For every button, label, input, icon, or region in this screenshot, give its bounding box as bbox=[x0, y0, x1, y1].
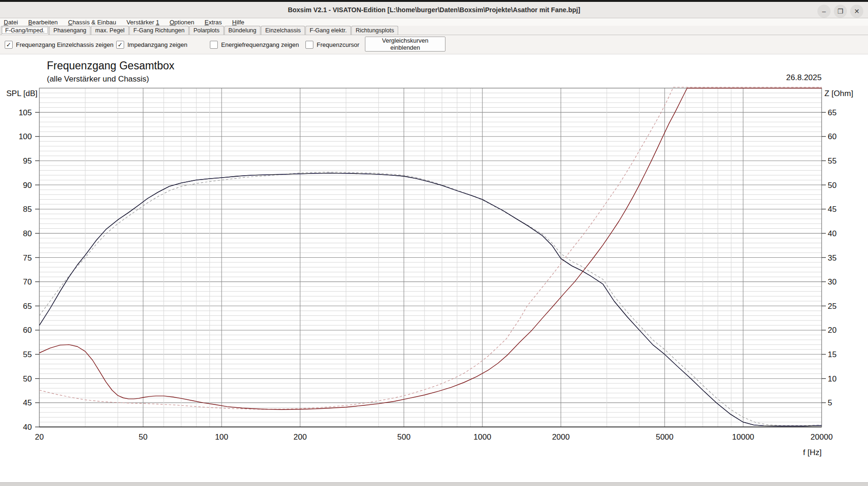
svg-text:50: 50 bbox=[139, 433, 148, 441]
tab-polarplots[interactable]: Polarplots bbox=[189, 26, 224, 35]
boxsim-window: Boxsim V2.1 - VISATON-Edition [L:\home\b… bbox=[0, 0, 868, 486]
svg-text:75: 75 bbox=[23, 254, 32, 262]
svg-text:20: 20 bbox=[35, 433, 44, 441]
svg-text:105: 105 bbox=[19, 108, 32, 117]
series-amplitude-vergleich bbox=[39, 172, 822, 426]
series-impedanz-vergleich bbox=[39, 87, 822, 409]
titlebar[interactable]: Boxsim V2.1 - VISATON-Edition [L:\home\b… bbox=[0, 2, 868, 18]
svg-text:40: 40 bbox=[23, 423, 32, 432]
option-toolbar: ✓ Frequenzgang Einzelchassis zeigen ✓ Im… bbox=[0, 35, 868, 54]
tab-phasengang[interactable]: Phasengang bbox=[49, 26, 90, 35]
svg-text:60: 60 bbox=[23, 326, 32, 335]
checkbox-box: ✓ bbox=[116, 41, 124, 49]
svg-text:5000: 5000 bbox=[656, 433, 674, 441]
svg-text:55: 55 bbox=[23, 350, 32, 359]
tab-einzelchassis[interactable]: Einzelchassis bbox=[261, 26, 305, 35]
menu-bearbeiten[interactable]: Bearbeiten bbox=[28, 19, 58, 26]
menu-extras[interactable]: Extras bbox=[205, 19, 222, 26]
checkbox-box bbox=[210, 41, 218, 49]
window-title: Boxsim V2.1 - VISATON-Edition [L:\home\b… bbox=[288, 6, 580, 14]
svg-text:10: 10 bbox=[828, 374, 837, 383]
svg-text:100: 100 bbox=[19, 132, 32, 141]
checkbox-label: Frequenzgang Einzelchassis zeigen bbox=[16, 41, 113, 48]
checkbox-label: Frequenzcursor bbox=[317, 41, 359, 48]
menu-hilfe[interactable]: Hilfe bbox=[232, 19, 245, 26]
svg-text:40: 40 bbox=[828, 229, 837, 238]
svg-text:45: 45 bbox=[23, 398, 32, 407]
tab-max-pegel[interactable]: max. Pegel bbox=[91, 26, 129, 35]
checkbox-box bbox=[305, 41, 313, 49]
svg-text:90: 90 bbox=[23, 181, 32, 190]
svg-text:1000: 1000 bbox=[474, 433, 491, 441]
close-button[interactable]: ✕ bbox=[850, 5, 863, 18]
checkbox-impedanzgang[interactable]: ✓ Impedanzgang zeigen bbox=[116, 41, 187, 49]
svg-text:85: 85 bbox=[23, 205, 32, 214]
checkbox-label: Energiefrequenzgang zeigen bbox=[221, 41, 299, 48]
tab-fgang-richtungen[interactable]: F-Gang Richtungen bbox=[129, 26, 189, 35]
checkbox-energiefrequenzgang[interactable]: Energiefrequenzgang zeigen bbox=[210, 41, 299, 49]
svg-text:95: 95 bbox=[23, 157, 32, 165]
svg-text:25: 25 bbox=[828, 302, 837, 311]
tab-fgang-imped[interactable]: F-Gang/Imped. bbox=[1, 26, 49, 35]
svg-text:500: 500 bbox=[397, 433, 410, 441]
tab-buendelung[interactable]: Bündelung bbox=[224, 26, 261, 35]
menubar: Datei Bearbeiten Chassis & Einbau Verstä… bbox=[0, 18, 868, 26]
svg-text:20000: 20000 bbox=[810, 433, 832, 441]
svg-text:35: 35 bbox=[828, 254, 837, 262]
svg-text:70: 70 bbox=[23, 277, 32, 286]
chart-panel: Frequenzgang Gesamtbox (alle Verstärker … bbox=[0, 54, 868, 482]
checkbox-frequenzcursor[interactable]: Frequenzcursor bbox=[305, 41, 359, 49]
maximize-icon: ❐ bbox=[838, 7, 844, 15]
frequency-response-plot: 4045505560657075808590951001055101520253… bbox=[0, 54, 868, 482]
svg-text:2000: 2000 bbox=[552, 433, 570, 441]
svg-text:65: 65 bbox=[828, 108, 837, 117]
tab-bar: F-Gang/Imped. Phasengang max. Pegel F-Ga… bbox=[0, 26, 868, 35]
vergleichskurven-button[interactable]: Vergleichskurven einblenden bbox=[365, 37, 445, 52]
svg-text:55: 55 bbox=[828, 157, 837, 165]
menu-verstaerker-1[interactable]: Verstärker 1 bbox=[126, 19, 159, 26]
tab-richtungsplots[interactable]: Richtungsplots bbox=[351, 26, 398, 35]
checkbox-frequenzgang-einzelchassis[interactable]: ✓ Frequenzgang Einzelchassis zeigen bbox=[5, 41, 113, 49]
menu-datei[interactable]: Datei bbox=[4, 19, 18, 26]
svg-text:10000: 10000 bbox=[732, 433, 754, 441]
menu-optionen[interactable]: Optionen bbox=[170, 19, 194, 26]
minimize-icon: – bbox=[822, 7, 826, 15]
svg-text:30: 30 bbox=[828, 277, 837, 286]
minimize-button[interactable]: – bbox=[817, 5, 831, 18]
window-controls: – ❐ ✕ bbox=[817, 5, 863, 18]
svg-text:5: 5 bbox=[828, 398, 832, 407]
svg-text:15: 15 bbox=[828, 350, 837, 359]
svg-text:50: 50 bbox=[23, 374, 32, 383]
close-icon: ✕ bbox=[854, 7, 860, 15]
menu-chassis-einbau[interactable]: Chassis & Einbau bbox=[68, 19, 116, 26]
svg-text:100: 100 bbox=[215, 433, 228, 441]
svg-text:50: 50 bbox=[828, 181, 837, 190]
tab-fgang-elektr[interactable]: F-Gang elektr. bbox=[305, 26, 351, 35]
svg-text:45: 45 bbox=[828, 205, 837, 214]
svg-text:200: 200 bbox=[293, 433, 306, 441]
window-bottom-bar bbox=[0, 482, 868, 486]
svg-text:60: 60 bbox=[828, 132, 837, 141]
svg-text:65: 65 bbox=[23, 302, 32, 311]
maximize-button[interactable]: ❐ bbox=[834, 5, 847, 18]
checkbox-label: Impedanzgang zeigen bbox=[127, 41, 187, 48]
svg-text:80: 80 bbox=[23, 229, 32, 238]
checkbox-box: ✓ bbox=[5, 41, 13, 49]
svg-text:20: 20 bbox=[828, 326, 837, 335]
